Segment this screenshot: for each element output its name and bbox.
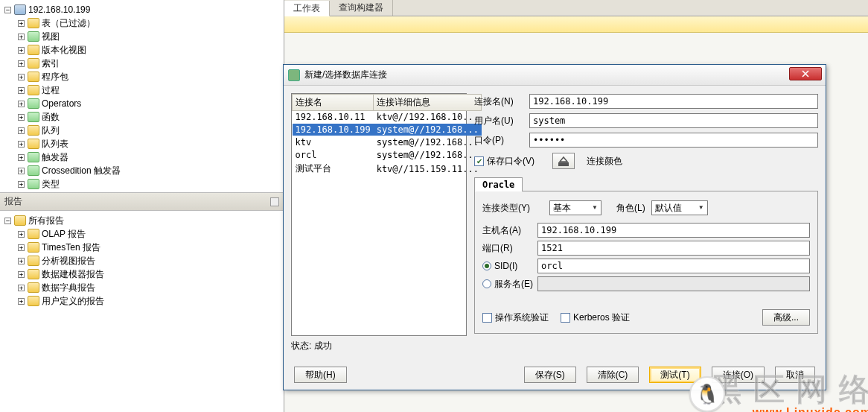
connection-type-select[interactable]: 基本	[549, 200, 601, 215]
reports-item[interactable]: +分析视图报告	[1, 254, 284, 267]
expand-icon[interactable]: +	[18, 285, 25, 291]
reports-item[interactable]: +TimesTen 报告	[1, 241, 284, 254]
expand-icon[interactable]: +	[18, 168, 25, 174]
reports-item[interactable]: +数据建模器报告	[1, 267, 284, 281]
expand-icon[interactable]: +	[18, 47, 25, 54]
test-button[interactable]: 测试(T)	[649, 367, 701, 383]
clear-button[interactable]: 清除(C)	[587, 367, 639, 383]
reports-item[interactable]: +用户定义的报告	[1, 294, 284, 308]
expand-icon[interactable]: +	[18, 298, 25, 305]
reports-item-label: OLAP 报告	[42, 228, 86, 241]
advanced-button[interactable]: 高级...	[762, 309, 810, 326]
folder-icon	[28, 165, 39, 176]
expand-icon[interactable]: +	[18, 271, 25, 278]
reports-item[interactable]: +OLAP 报告	[1, 227, 284, 241]
reports-root[interactable]: − 所有报告	[1, 214, 284, 227]
sid-field[interactable]	[537, 259, 810, 273]
expand-icon[interactable]: +	[18, 114, 25, 121]
tree-item[interactable]: +程序包	[1, 70, 284, 83]
tree-root-node[interactable]: − 192.168.10.199	[1, 3, 284, 16]
tree-item[interactable]: +版本化视图	[1, 43, 284, 57]
table-row[interactable]: orclsystem@//192.168...	[293, 149, 482, 162]
tree-item[interactable]: +队列	[1, 124, 284, 137]
expand-icon[interactable]: +	[18, 101, 25, 107]
table-row[interactable]: 测试平台ktv@//115.159.11...	[293, 162, 482, 177]
tree-item-label: 视图	[42, 31, 60, 43]
reports-item-label: 分析视图报告	[42, 255, 95, 267]
collapse-icon[interactable]: −	[4, 218, 11, 224]
connection-color-button[interactable]	[552, 153, 575, 169]
cell-detail: system@//192.168...	[374, 136, 482, 149]
service-name-field	[537, 276, 810, 291]
username-field[interactable]	[529, 113, 818, 128]
tree-item[interactable]: +表（已过滤）	[1, 16, 284, 30]
connections-tree: − 192.168.10.199 +表（已过滤）+视图+版本化视图+索引+程序包…	[0, 0, 284, 192]
tree-item[interactable]: +过程	[1, 83, 284, 97]
reports-header: 报告	[0, 192, 284, 211]
tree-item[interactable]: +队列表	[1, 137, 284, 150]
folder-icon	[28, 18, 39, 28]
tree-item[interactable]: +类型	[1, 177, 284, 191]
expand-icon[interactable]: +	[18, 87, 25, 94]
expand-icon[interactable]: +	[18, 34, 25, 40]
connection-name-field[interactable]	[529, 94, 818, 109]
checkbox-icon	[482, 313, 492, 323]
expand-icon[interactable]: +	[18, 60, 25, 67]
role-select[interactable]: 默认值	[651, 200, 708, 215]
sid-radio[interactable]	[482, 262, 491, 270]
expand-icon[interactable]: +	[18, 141, 25, 148]
folder-icon	[28, 45, 39, 55]
port-field[interactable]	[537, 241, 810, 256]
connection-dialog: 新建/选择数据库连接 连接名 连接详细信息 192.168.10.11ktv@/…	[283, 64, 826, 390]
expand-icon[interactable]: +	[18, 244, 25, 251]
tree-item[interactable]: +视图	[1, 30, 284, 43]
close-icon	[802, 70, 809, 77]
tree-item[interactable]: +Crossedition 触发器	[1, 164, 284, 177]
close-button[interactable]	[789, 67, 822, 80]
table-row[interactable]: ktvsystem@//192.168...	[293, 136, 482, 149]
expand-icon[interactable]: +	[18, 258, 25, 264]
reports-item-label: 数据字典报告	[42, 282, 95, 294]
panel-menu-icon[interactable]	[270, 197, 279, 206]
service-name-radio[interactable]	[482, 279, 491, 288]
expand-icon[interactable]: +	[18, 231, 25, 238]
reports-item-label: 用户定义的报告	[42, 295, 104, 308]
tab-query-builder[interactable]: 查询构建器	[330, 0, 393, 16]
label-hostname: 主机名(A)	[482, 224, 537, 237]
tree-item[interactable]: +触发器	[1, 150, 284, 164]
tab-worksheet[interactable]: 工作表	[284, 1, 330, 16]
cancel-button[interactable]: 取消	[775, 367, 815, 383]
connections-list[interactable]: 连接名 连接详细信息 192.168.10.11ktv@//192.168.10…	[291, 93, 467, 336]
table-row[interactable]: 192.168.10.199system@//192.168...	[293, 124, 482, 136]
os-auth-checkbox[interactable]: 操作系统验证	[482, 311, 549, 324]
folder-icon	[28, 152, 39, 162]
col-connection-detail[interactable]: 连接详细信息	[374, 95, 482, 111]
collapse-icon[interactable]: −	[4, 7, 11, 13]
tab-oracle[interactable]: Oracle	[474, 177, 523, 191]
table-row[interactable]: 192.168.10.11ktv@//192.168.10...	[293, 111, 482, 124]
expand-icon[interactable]: +	[18, 127, 25, 134]
col-connection-name[interactable]: 连接名	[293, 95, 374, 111]
connect-button[interactable]: 连接(O)	[712, 367, 765, 383]
tree-item[interactable]: +函数	[1, 110, 284, 124]
save-password-checkbox[interactable]: ✔ 保存口令(V)	[474, 155, 534, 168]
save-button[interactable]: 保存(S)	[524, 367, 576, 383]
expand-icon[interactable]: +	[18, 74, 25, 80]
label-connection-type: 连接类型(Y)	[482, 202, 546, 215]
tree-item[interactable]: +Operators	[1, 97, 284, 110]
tree-item[interactable]: +索引	[1, 57, 284, 70]
expand-icon[interactable]: +	[18, 154, 25, 161]
tree-item-label: 触发器	[42, 151, 68, 164]
reports-item[interactable]: +数据字典报告	[1, 281, 284, 294]
help-button[interactable]: 帮助(H)	[294, 367, 347, 383]
kerberos-checkbox[interactable]: Kerberos 验证	[561, 311, 630, 324]
password-field[interactable]	[529, 133, 818, 148]
reports-item-label: 数据建模器报告	[42, 268, 104, 281]
tree-root-label: 192.168.10.199	[28, 4, 90, 15]
expand-icon[interactable]: +	[18, 181, 25, 188]
db-type-tabs: Oracle 连接类型(Y) 基本 角色(L) 默认值 主机名(A) 端口	[474, 177, 818, 334]
dialog-titlebar[interactable]: 新建/选择数据库连接	[284, 65, 826, 86]
main-tabbar: 工作表 查询构建器	[284, 0, 868, 16]
hostname-field[interactable]	[537, 223, 810, 238]
expand-icon[interactable]: +	[18, 20, 25, 27]
